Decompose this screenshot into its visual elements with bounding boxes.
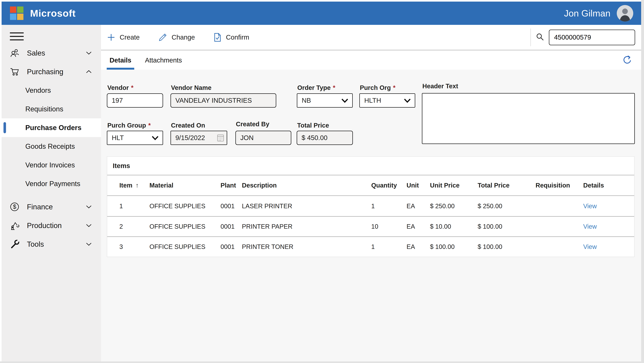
order-type-label: Order Type* xyxy=(297,84,335,91)
column-header-details: Details xyxy=(583,182,634,189)
total-price-field xyxy=(297,131,353,145)
cell-plant: 0001 xyxy=(220,223,242,230)
table-row: 1 OFFICE SUPPLIES 0001 LASER PRINTER 1 E… xyxy=(107,196,634,216)
vendor-name-field xyxy=(170,93,276,108)
cell-item: 3 xyxy=(119,243,150,250)
purch-group-dropdown[interactable]: HLT xyxy=(107,131,163,145)
refresh-icon[interactable] xyxy=(622,55,632,65)
cell-description: PRINTER TONER xyxy=(242,243,371,250)
sidebar-item-goods-receipts[interactable]: Goods Receipts xyxy=(2,137,101,156)
toolbar-divider xyxy=(530,28,531,46)
confirm-button[interactable]: Confirm xyxy=(214,33,249,42)
items-header-row: Item ↑ Material Plant Description Quanti… xyxy=(107,175,634,196)
vendor-field[interactable] xyxy=(107,93,163,108)
chevron-down-icon xyxy=(404,98,411,103)
header-text-area[interactable] xyxy=(422,93,635,144)
tab-details[interactable]: Details xyxy=(107,51,134,70)
sidebar-item-tools[interactable]: Tools xyxy=(2,235,101,254)
vendor-name-label: Vendor Name xyxy=(171,84,212,91)
sidebar-item-vendors[interactable]: Vendors xyxy=(2,81,101,100)
chevron-up-icon xyxy=(86,70,92,74)
required-asterisk: * xyxy=(333,84,335,91)
column-header-description: Description xyxy=(242,182,371,189)
sidebar-item-finance[interactable]: $ Finance xyxy=(2,197,101,216)
cell-unit: EA xyxy=(406,203,430,210)
sidebar-item-production[interactable]: Production xyxy=(2,216,101,235)
cell-plant: 0001 xyxy=(220,243,242,250)
cell-item: 2 xyxy=(119,223,150,230)
search-icon[interactable] xyxy=(536,33,545,42)
chevron-down-icon xyxy=(86,242,92,246)
header-text-label: Header Text xyxy=(422,83,458,90)
people-icon xyxy=(10,48,20,58)
items-table: Items Item ↑ Material Plant Description … xyxy=(107,156,634,257)
brand-name: Microsoft xyxy=(30,7,76,19)
toolbar: Create Change Confirm xyxy=(101,25,641,50)
items-title: Items xyxy=(113,162,130,170)
order-type-dropdown[interactable]: NB xyxy=(297,93,353,108)
cell-total-price: $ 100.00 xyxy=(478,243,536,250)
table-row: 2 OFFICE SUPPLIES 0001 PRINTER PAPER 10 … xyxy=(107,216,634,236)
vendor-input[interactable] xyxy=(107,93,163,108)
view-link[interactable]: View xyxy=(583,223,634,230)
search-input[interactable] xyxy=(549,29,635,45)
logo-square-green xyxy=(17,6,24,13)
sidebar-item-sales[interactable]: Sales xyxy=(2,44,101,62)
cell-description: LASER PRINTER xyxy=(242,203,371,210)
column-header-requisition: Requisition xyxy=(536,182,583,189)
sidebar: Sales Purchasing Vendors xyxy=(2,25,101,362)
view-link[interactable]: View xyxy=(583,203,634,210)
plus-icon xyxy=(107,33,115,41)
column-header-total-price: Total Price xyxy=(478,182,536,189)
tab-attachments[interactable]: Attachments xyxy=(142,51,185,70)
purch-group-label: Purch Group* xyxy=(107,122,151,129)
total-price-input xyxy=(297,131,353,145)
app-header: Microsoft Jon Gilman xyxy=(2,1,641,25)
cell-material: OFFICE SUPPLIES xyxy=(150,243,220,250)
logo-square-red xyxy=(10,6,16,13)
sidebar-item-vendor-payments[interactable]: Vendor Payments xyxy=(2,174,101,193)
chevron-down-icon xyxy=(341,98,348,103)
cell-total-price: $ 100.00 xyxy=(478,223,536,230)
column-header-unit-price: Unit Price xyxy=(430,182,478,189)
created-by-field xyxy=(236,131,291,145)
hamburger-menu-icon[interactable] xyxy=(10,32,24,40)
created-by-input xyxy=(236,131,291,145)
column-header-quantity: Quantity xyxy=(371,182,406,189)
cell-unit-price: $ 100.00 xyxy=(430,243,478,250)
window-edge-bottom xyxy=(0,362,644,363)
change-button[interactable]: Change xyxy=(158,33,195,42)
created-on-field[interactable]: 9/15/2022 xyxy=(170,131,227,145)
cell-unit: EA xyxy=(406,243,430,250)
create-button[interactable]: Create xyxy=(107,33,140,41)
cell-total-price: $ 250.00 xyxy=(478,203,536,210)
sidebar-item-purchasing[interactable]: Purchasing xyxy=(2,62,101,81)
column-header-item[interactable]: Item ↑ xyxy=(119,182,150,189)
view-link[interactable]: View xyxy=(583,243,634,250)
calendar-icon[interactable] xyxy=(217,134,224,142)
column-header-material: Material xyxy=(150,182,220,189)
avatar[interactable] xyxy=(617,5,633,21)
logo-square-blue xyxy=(10,13,16,20)
sidebar-item-vendor-invoices[interactable]: Vendor Invoices xyxy=(2,156,101,174)
cell-unit-price: $ 250.00 xyxy=(430,203,478,210)
sidebar-item-requisitions[interactable]: Requisitions xyxy=(2,100,101,118)
cell-quantity: 1 xyxy=(371,203,406,210)
cell-quantity: 1 xyxy=(371,243,406,250)
cell-item: 1 xyxy=(119,203,150,210)
document-check-icon xyxy=(214,33,222,42)
cell-quantity: 10 xyxy=(371,223,406,230)
cell-plant: 0001 xyxy=(220,203,242,210)
column-header-plant: Plant xyxy=(220,182,242,189)
chevron-down-icon xyxy=(152,135,159,140)
chevron-down-icon xyxy=(86,205,92,209)
sidebar-item-purchase-orders[interactable]: Purchase Orders xyxy=(2,118,101,137)
svg-text:$: $ xyxy=(13,204,16,210)
required-asterisk: * xyxy=(393,84,396,91)
created-on-label: Created On xyxy=(171,122,205,129)
vendor-name-input xyxy=(170,93,276,108)
cell-unit-price: $ 10.00 xyxy=(430,223,478,230)
purch-org-label: Purch Org* xyxy=(360,84,396,91)
dollar-circle-icon: $ xyxy=(10,202,20,212)
purch-org-dropdown[interactable]: HLTH xyxy=(359,93,415,108)
